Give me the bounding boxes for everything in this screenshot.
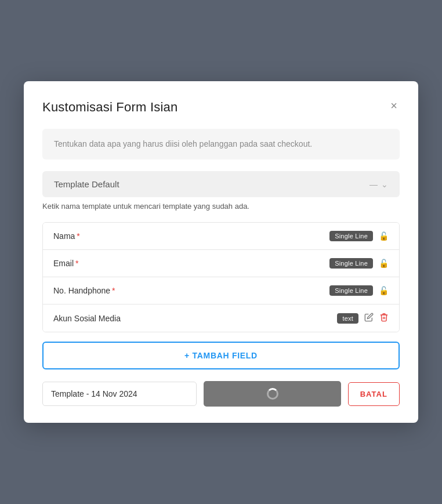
lock-icon: 🔓 [379,231,389,241]
modal-overlay: Kustomisasi Form Isian × Tentukan data a… [0,0,442,504]
field-label: Email* [53,259,78,268]
template-select-button[interactable]: Template Default — ⌄ [42,171,400,197]
close-button[interactable]: × [388,99,400,113]
dash-icon: — [369,180,378,189]
edit-button[interactable] [364,313,374,324]
fields-list: Nama*Single Line🔓Email*Single Line🔓No. H… [42,222,400,332]
info-box: Tentukan data apa yang harus diisi oleh … [42,129,400,159]
template-select-label: Template Default [54,179,119,189]
template-name-input[interactable] [42,382,197,406]
bottom-bar: BATAL [42,381,400,407]
lock-icon: 🔓 [379,259,389,268]
lock-icon: 🔓 [379,286,389,295]
field-type-badge: Single Line [329,258,373,269]
modal-header: Kustomisasi Form Isian × [42,100,400,115]
field-label: Nama* [53,231,80,241]
modal-container: Kustomisasi Form Isian × Tentukan data a… [24,81,418,423]
field-right: Single Line🔓 [329,285,389,296]
field-row: Akun Sosial Mediatext [43,304,399,332]
field-label: Akun Sosial Media [53,314,121,323]
required-star: * [77,231,79,241]
loading-spinner [267,388,278,400]
modal-title: Kustomisasi Form Isian [42,100,177,115]
required-star: * [112,286,115,295]
field-right: Single Line🔓 [329,231,389,241]
field-type-badge: text [337,313,358,324]
add-field-label: + TAMBAH FIELD [184,351,258,360]
field-label: No. Handphone* [53,286,115,295]
delete-button[interactable] [379,313,389,324]
info-text: Tentukan data apa yang harus diisi oleh … [54,139,312,148]
field-type-badge: Single Line [329,231,373,241]
template-select-icons: — ⌄ [369,180,388,189]
field-right: Single Line🔓 [329,258,389,269]
template-hint: Ketik nama template untuk mencari templa… [42,202,400,211]
field-row: Nama*Single Line🔓 [43,223,399,250]
field-row: No. Handphone*Single Line🔓 [43,277,399,304]
field-right: text [337,313,389,324]
field-type-badge: Single Line [329,285,373,296]
add-field-button[interactable]: + TAMBAH FIELD [42,342,400,369]
save-button[interactable] [204,381,340,407]
field-row: Email*Single Line🔓 [43,250,399,277]
chevron-down-icon: ⌄ [381,180,388,189]
cancel-button[interactable]: BATAL [348,382,400,406]
required-star: * [75,259,78,268]
